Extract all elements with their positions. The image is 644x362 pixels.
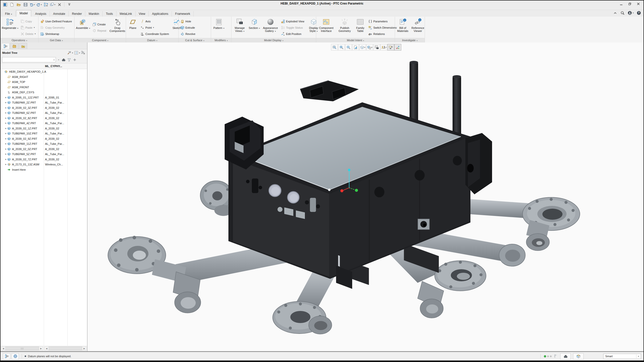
undo-button[interactable]: ▾ xyxy=(29,2,35,8)
parameters-button[interactable]: Parameters xyxy=(367,18,398,24)
ribbon-group-label-operations[interactable]: Operations ▾ xyxy=(1,38,38,42)
tree-row[interactable]: ▶A_2173_01_13Z.ASMWireless_Ch... xyxy=(1,162,87,167)
tab-annotate[interactable]: Annotate xyxy=(50,11,69,17)
tree-row[interactable]: ▶TUBEPAR_5Z.PRTAL_Tube_Par... xyxy=(1,152,87,157)
restore-window-button[interactable] xyxy=(627,2,632,6)
redo-button[interactable]: ▾ xyxy=(36,2,42,8)
ribbon-group-label-component[interactable]: Component ▾ xyxy=(74,38,126,42)
folder-browser-tab[interactable] xyxy=(10,43,18,49)
expand-arrow-icon[interactable]: ▶ xyxy=(5,158,7,160)
section-button[interactable]: Section ▾ xyxy=(248,17,261,38)
flag-icon[interactable] xyxy=(554,354,558,358)
tree-item-label[interactable]: A_2039_02_1Z.PRT xyxy=(12,127,37,130)
tab-view[interactable]: View xyxy=(136,11,149,17)
component-interface-button[interactable]: Component Interface xyxy=(317,17,336,38)
find-button[interactable] xyxy=(62,58,66,62)
tree-item-label[interactable]: TUBEPAR_4Z.PRT xyxy=(12,122,36,125)
tree-column-header[interactable]: ML_CYPHY... xyxy=(1,63,87,69)
open-file-button[interactable] xyxy=(16,2,22,8)
zoom-out-button[interactable] xyxy=(345,44,352,51)
bill-of-materials-button[interactable]: iBill of Materials xyxy=(396,17,410,38)
pattern-button[interactable]: Pattern ▾ xyxy=(212,17,226,38)
expand-arrow-icon[interactable]: ▶ xyxy=(5,112,7,114)
tree-row[interactable]: ▶A_2039_02_8Z.PRTA_2039_02 xyxy=(1,116,87,121)
relations-button[interactable]: d=Relations xyxy=(367,31,398,37)
expand-arrow-icon[interactable]: ▶ xyxy=(5,127,7,129)
tree-item-label[interactable]: ASM_DEF_CSYS xyxy=(12,91,34,94)
tab-tools[interactable]: Tools xyxy=(103,11,116,17)
tab-analysis[interactable]: Analysis xyxy=(32,11,50,17)
drag-components-button[interactable]: Drag Components xyxy=(108,17,127,38)
expand-arrow-icon[interactable]: ▶ xyxy=(5,148,7,150)
family-table-button[interactable]: Family Table xyxy=(354,17,367,38)
tree-row[interactable]: ASM_RIGHT xyxy=(1,74,87,80)
clear-filter-icon[interactable]: × xyxy=(53,58,55,61)
user-account-button[interactable]: ▾ xyxy=(628,11,634,15)
tree-row[interactable]: ▶A_2039_02_1Z.PRTA_2039_02 xyxy=(1,126,87,131)
tab-file[interactable]: File ▾ xyxy=(2,11,16,17)
tab-framework[interactable]: Framework xyxy=(172,11,194,17)
expand-arrow-icon[interactable]: ▶ xyxy=(5,132,7,134)
app-menu-button[interactable] xyxy=(2,2,8,8)
tree-item-label[interactable]: A_2039_02_3Z.PRT xyxy=(12,106,37,109)
tree-item-label[interactable]: A_2039_02_8Z.PRT xyxy=(12,117,37,120)
customize-toolbar-button[interactable] xyxy=(66,2,72,8)
add-column-button[interactable] xyxy=(73,58,77,62)
tree-item-label[interactable]: HEBI_DAISY_HEXAPOD_1.A xyxy=(9,70,46,73)
display-style-button[interactable]: ▾ xyxy=(359,44,366,51)
switch-dimensions-button[interactable]: 15fxSwitch Dimensions xyxy=(367,25,398,30)
tree-row[interactable]: ▶A_2039_02_7Z.PRTA_2039_02 xyxy=(1,157,87,162)
tree-row[interactable]: ▶TUBEPAR_4Z.PRTAL_Tube_Par... xyxy=(1,121,87,126)
component-display-button[interactable] xyxy=(573,353,584,359)
tree-horizontal-scrollbar[interactable]: ◀ ▶ xyxy=(1,346,43,350)
favorites-tab[interactable]: * xyxy=(19,43,27,49)
view-manager-button[interactable] xyxy=(373,44,380,51)
zoom-in-button[interactable] xyxy=(338,44,345,51)
close-window-button[interactable] xyxy=(636,2,640,6)
create-button[interactable]: Create xyxy=(91,22,107,27)
expand-arrow-icon[interactable]: ▶ xyxy=(5,143,7,145)
tree-row[interactable]: ▶A_2039_02_3Z.PRTA_2039_02 xyxy=(1,105,87,111)
window-switch-button[interactable]: ▾ xyxy=(50,2,56,8)
ribbon-group-label-get-data[interactable]: Get Data ▾ xyxy=(38,38,74,42)
tree-item-label[interactable]: A_2039_02_7Z.PRT xyxy=(12,158,37,161)
ribbon-group-label-datum[interactable]: Datum ▾ xyxy=(126,38,178,42)
ribbon-group-label-model-display[interactable]: Model Display ▾ xyxy=(231,38,316,42)
model-tree-toggle-button[interactable] xyxy=(3,353,10,359)
reference-viewer-button[interactable]: iReference Viewer xyxy=(410,17,425,38)
graphics-viewport[interactable]: ▾▾▾ xyxy=(88,42,643,351)
tree-item-label[interactable]: A_2039_02_9Z.PRT xyxy=(12,137,37,140)
tree-row[interactable]: ▶A_2039_02_9Z.PRTA_2039_02 xyxy=(1,136,87,142)
tab-metalink[interactable]: MetaLink xyxy=(116,11,136,17)
expand-arrow-icon[interactable]: ▶ xyxy=(5,153,7,155)
model-canvas[interactable] xyxy=(88,42,643,351)
tree-item-label[interactable]: ASM_TOP xyxy=(12,80,25,83)
expand-arrow-icon[interactable]: ▶ xyxy=(5,117,7,119)
regenerate-quick-button[interactable] xyxy=(43,2,49,8)
tree-insert-here[interactable]: Insert Here xyxy=(1,167,87,172)
new-file-button[interactable] xyxy=(9,2,15,8)
minimize-ribbon-button[interactable] xyxy=(613,11,617,15)
tree-row[interactable]: ▶TUBEPAR_11Z.PRTAL_Tube_Par... xyxy=(1,141,87,147)
annotation-display-button[interactable] xyxy=(387,44,394,51)
tree-item-label[interactable]: A_2173_01_13Z.ASM xyxy=(12,163,39,166)
scrollbar-thumb[interactable] xyxy=(5,347,39,350)
tree-item-label[interactable]: TUBEPAR_2Z.PRT xyxy=(12,101,36,104)
point-button[interactable]: Point▾ xyxy=(139,25,170,30)
tree-tools-button[interactable]: ▾ xyxy=(67,51,73,55)
axis-button[interactable]: Axis xyxy=(139,18,170,24)
minimize-window-button[interactable] xyxy=(619,2,623,6)
columns-horizontal-scrollbar[interactable]: ◀ ▶ xyxy=(45,346,86,350)
selection-filter-dropdown[interactable]: Smart ▾ xyxy=(603,354,641,359)
column-header-label[interactable]: ML_CYPHY... xyxy=(45,63,62,69)
scroll-right-arrow[interactable]: ▶ xyxy=(39,347,43,350)
expand-arrow-icon[interactable]: ▶ xyxy=(5,138,7,140)
scroll-left-arrow[interactable]: ◀ xyxy=(2,347,5,350)
expand-arrow-icon[interactable]: ▶ xyxy=(5,102,7,104)
edit-position-button[interactable]: Edit Position xyxy=(280,31,305,37)
tree-row[interactable]: HEBI_DAISY_HEXAPOD_1.A xyxy=(1,69,87,74)
tree-item-label[interactable]: Insert Here xyxy=(12,168,26,171)
web-browser-toggle-button[interactable] xyxy=(12,353,19,359)
tree-settings-button[interactable]: ▾ xyxy=(74,51,80,55)
tree-item-label[interactable]: TUBEPAR_11Z.PRT xyxy=(12,142,37,145)
